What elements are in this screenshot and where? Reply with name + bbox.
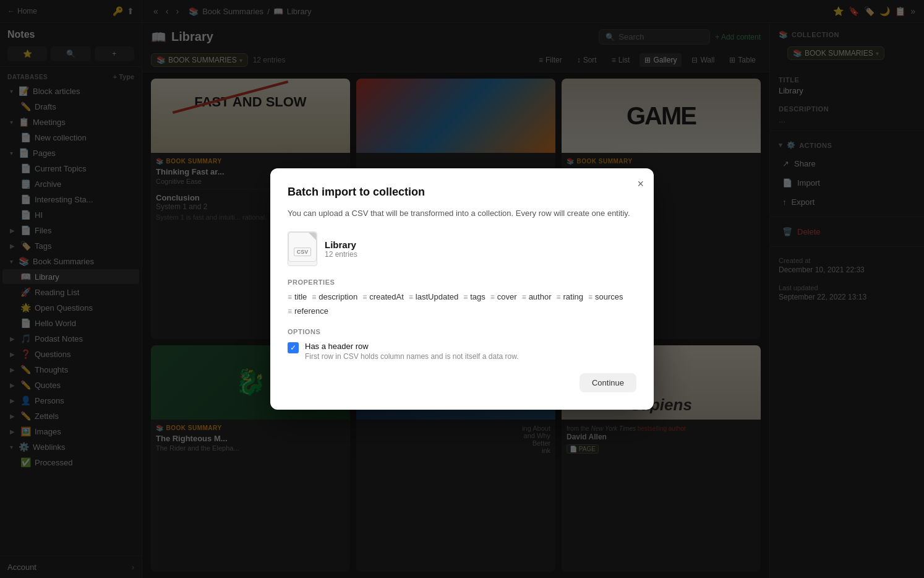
property-tags: ≡tags bbox=[463, 292, 486, 301]
modal-footer: Continue bbox=[288, 373, 636, 392]
modal-file-row: CSV Library 12 entries bbox=[288, 231, 636, 266]
option-text: Has a header row First row in CSV holds … bbox=[305, 342, 519, 361]
csv-file-icon: CSV bbox=[288, 231, 317, 266]
property-createdat: ≡createdAt bbox=[362, 292, 404, 301]
file-name: Library bbox=[325, 239, 357, 250]
file-entries: 12 entries bbox=[325, 250, 357, 259]
property-lastupdated: ≡lastUpdated bbox=[409, 292, 458, 301]
modal-close-button[interactable]: × bbox=[637, 178, 644, 189]
options-section: Options ✓ Has a header row First row in … bbox=[288, 328, 636, 361]
option-description: First row in CSV holds column names and … bbox=[305, 352, 519, 361]
property-author: ≡author bbox=[522, 292, 552, 301]
property-reference: ≡reference bbox=[288, 306, 328, 316]
header-row-checkbox[interactable]: ✓ bbox=[288, 342, 299, 353]
properties-label: Properties bbox=[288, 278, 636, 286]
property-sources: ≡sources bbox=[588, 292, 623, 301]
property-description: ≡description bbox=[312, 292, 357, 301]
option-label: Has a header row bbox=[305, 342, 519, 351]
file-info: Library 12 entries bbox=[325, 239, 357, 259]
property-rating: ≡rating bbox=[557, 292, 584, 301]
property-title: ≡title bbox=[288, 292, 307, 301]
continue-button[interactable]: Continue bbox=[580, 373, 636, 392]
modal-title: Batch import to collection bbox=[288, 186, 636, 199]
modal-overlay: × Batch import to collection You can upl… bbox=[0, 0, 924, 578]
property-cover: ≡cover bbox=[490, 292, 517, 301]
options-label: Options bbox=[288, 328, 636, 335]
modal-description: You can upload a CSV that will be transf… bbox=[288, 207, 636, 220]
option-row: ✓ Has a header row First row in CSV hold… bbox=[288, 342, 636, 361]
properties-list: ≡title ≡description ≡createdAt ≡lastUpda… bbox=[288, 292, 636, 316]
batch-import-modal: × Batch import to collection You can upl… bbox=[270, 168, 654, 410]
